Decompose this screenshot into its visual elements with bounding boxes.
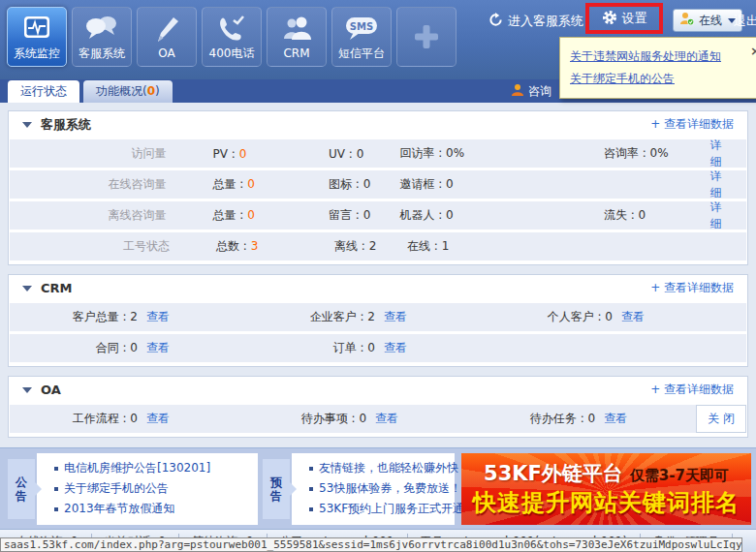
bullet-icon [54,487,58,491]
panel-header: OA + 查看详细数据 [9,377,747,403]
monitor-pulse-icon [22,13,51,44]
announcement-list: 电信机房维护公告[130201] 关于绑定手机的公告 2013年春节放假通知 [37,453,258,525]
preview-item[interactable]: 53快服体验券，免费放送！ [309,478,447,499]
sms-bubble-icon: SMS [345,13,378,44]
panel-title: OA [41,383,61,397]
panel-crm: CRM + 查看详细数据 客户总量2查看 企业客户2查看 个人客户0查看 合同0… [8,274,748,367]
detail-link[interactable]: 详细 [710,199,734,232]
app-tile-service-system[interactable]: 客服系统 [72,7,132,67]
crm-row-contracts: 合同0查看 订单0查看 [10,334,746,362]
app-tile-system-monitor[interactable]: 系统监控 [7,7,67,67]
announcement-item[interactable]: 电信机房维护公告[130201] [54,458,250,478]
ad-banner[interactable]: 53KF外链平台 仅需3-7天即可 快速提升网站关键词排名 [461,453,751,525]
collapse-triangle-icon[interactable] [22,387,32,393]
ad-banner-title-row: 53KF外链平台 仅需3-7天即可 [484,460,729,487]
app-switcher: 系统监控 客服系统 OA 400电话 [7,7,457,67]
stat-row-online-consults: 在线咨询量 总量0 图标0 邀请框0 详细 [10,170,746,199]
view-detail-data-link[interactable]: + 查看详细数据 [650,116,734,133]
view-link[interactable]: 查看 [375,411,398,427]
close-icon[interactable]: × [750,44,756,58]
view-detail-data-link[interactable]: + 查看详细数据 [650,382,734,398]
gear-icon [602,10,617,28]
detail-link[interactable]: 详细 [710,138,734,170]
view-link[interactable]: 查看 [384,309,407,325]
panel-body: 客户总量2查看 企业客户2查看 个人客户0查看 合同0查看 订单0查看 [9,301,747,366]
view-link[interactable]: 查看 [384,340,407,356]
enter-service-link[interactable]: 进入客服系统 [488,13,583,30]
tab-count-badge: 0 [147,84,155,98]
view-link[interactable]: 查看 [146,340,170,356]
stat-row-agent-status: 工号状态 总数3 离线2 在线1 [10,232,746,261]
plus-icon [412,22,441,51]
view-link[interactable]: 查看 [621,309,645,325]
app-tile-400-phone[interactable]: 400电话 [202,7,262,67]
ad-line2: 快速提升网站关键词排名 [473,487,740,518]
tab-feature-overview[interactable]: 功能概况(0) [83,80,173,103]
popup-link-banned-sites[interactable]: 关于违禁网站服务处理的通知 [570,46,756,68]
notice-popup: × 关于违禁网站服务处理的通知 关于绑定手机的公告 [559,37,756,99]
panel-header: CRM + 查看详细数据 [9,275,747,301]
view-link[interactable]: 查看 [146,411,170,427]
close-notice-bar-button[interactable]: 关 闭 [696,405,746,433]
app-tile-oa[interactable]: OA [137,7,197,67]
online-status-label: 在线 [699,13,722,29]
add-app-tile[interactable] [396,7,457,67]
panel-body: 工作流程0查看 待办事项0查看 待办任务0查看 关 闭 [9,403,747,437]
ad-title: 53KF外链平台 [484,460,623,487]
logout-link[interactable]: 退出 [734,13,756,30]
app-window: 系统监控 客服系统 OA 400电话 [0,0,756,552]
ad-tagline: 仅需3-7天即可 [630,467,729,485]
app-tile-label: OA [158,46,174,60]
panel-title: CRM [41,281,73,295]
panel-oa: OA + 查看详细数据 工作流程0查看 待办事项0查看 待办任务0查看 关 闭 [8,376,748,438]
settings-label: 设置 [622,10,647,27]
collapse-triangle-icon[interactable] [22,122,32,128]
bullet-icon [54,507,58,511]
announcement-item[interactable]: 关于绑定手机的公告 [54,478,250,499]
view-detail-data-link[interactable]: + 查看详细数据 [650,280,734,296]
bullet-icon [54,467,58,471]
announcement-bar: 公告 电信机房维护公告[130201] 关于绑定手机的公告 2013年春节放假通… [0,447,756,529]
view-link[interactable]: 查看 [604,411,627,427]
consult-link[interactable]: 咨询 [511,83,551,100]
app-tile-label: CRM [283,46,309,60]
app-tile-label: 短信平台 [338,46,385,62]
consult-person-icon [511,83,524,100]
detail-link[interactable]: 详细 [710,169,734,201]
bullet-icon [309,507,313,511]
people-icon [281,14,312,45]
preview-item[interactable]: 友情链接，也能轻松赚外快！ [309,458,447,478]
bullet-icon [309,467,313,471]
svg-text:SMS: SMS [350,20,373,31]
oa-row: 工作流程0查看 待办事项0查看 待办任务0查看 关 闭 [10,405,746,433]
app-tile-label: 客服系统 [79,46,125,62]
panel-service-system: 客服系统 + 查看详细数据 访问量 PV0 UV0 回访率0% 咨询率0% 详细… [8,110,748,265]
stat-row-offline-consults: 离线咨询量 总量0 留言0 机器人0 流失0 详细 [10,201,746,230]
collapse-triangle-icon[interactable] [22,286,32,291]
chat-bubbles-icon [85,13,118,44]
online-status-dropdown[interactable]: 在线 [673,9,742,32]
view-link[interactable]: 查看 [146,309,170,325]
announcement-item[interactable]: 2013年春节放假通知 [54,499,250,519]
crm-row-customers: 客户总量2查看 企业客户2查看 个人客户0查看 [10,303,746,331]
stat-row-visits: 访问量 PV0 UV0 回访率0% 咨询率0% 详细 [10,139,746,168]
tabs: 运行状态 功能概况(0) [8,80,173,103]
app-tile-sms-platform[interactable]: SMS 短信平台 [331,7,392,67]
bullet-icon [309,487,313,491]
person-online-icon [679,12,695,29]
main-content: 客服系统 + 查看详细数据 访问量 PV0 UV0 回访率0% 咨询率0% 详细… [0,103,756,447]
preview-item[interactable]: 53KF预约上门服务正式开通！ [309,499,447,519]
url-status-bar: saas1.53kf.com/index.php?arg=pstourweb00… [0,537,742,552]
popup-link-bind-phone[interactable]: 关于绑定手机的公告 [570,68,756,90]
preview-tag: 预告 [263,459,290,519]
announcement-tag: 公告 [8,459,35,519]
tab-running-status[interactable]: 运行状态 [8,80,79,103]
pencil-icon [154,14,179,45]
panel-header: 客服系统 + 查看详细数据 [9,111,747,138]
app-tile-crm[interactable]: CRM [267,7,327,67]
refresh-icon [488,13,503,30]
preview-list: 友情链接，也能轻松赚外快！ 53快服体验券，免费放送！ 53KF预约上门服务正式… [292,453,455,525]
app-tile-label: 400电话 [209,46,255,62]
panel-body: 访问量 PV0 UV0 回访率0% 咨询率0% 详细 在线咨询量 总量0 图标0… [9,138,747,264]
settings-button-highlighted[interactable]: 设置 [585,3,663,34]
